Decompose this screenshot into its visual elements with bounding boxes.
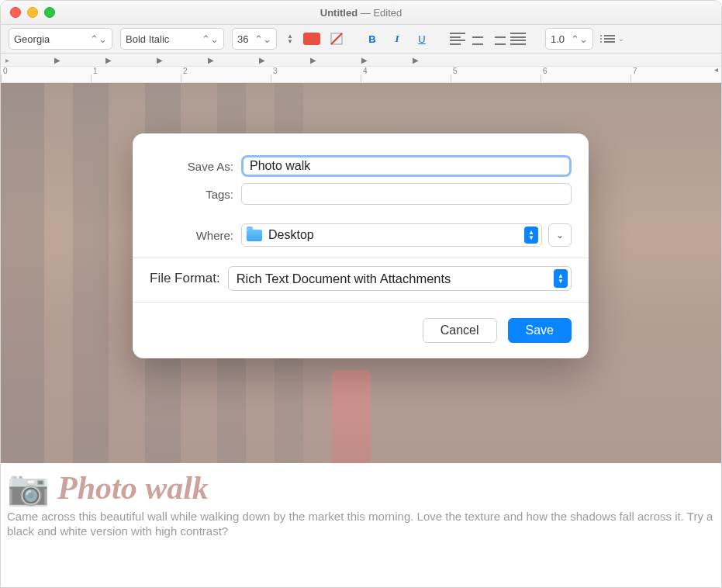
ruler[interactable]: 0 1 2 3 4 5 6 7 ◂ — [1, 67, 721, 83]
cancel-button[interactable]: Cancel — [423, 318, 497, 343]
window-title: Untitled — Edited — [1, 7, 721, 19]
save-button[interactable]: Save — [508, 318, 572, 343]
align-right-icon — [490, 33, 506, 45]
dialog-divider — [133, 258, 589, 258]
tab-stop-marker[interactable]: ▸ — [5, 56, 9, 64]
ruler-tick-label: 5 — [453, 67, 458, 75]
line-spacing-dropdown[interactable]: 1.0 ⌃⌄ — [545, 28, 593, 50]
tab-stop-marker[interactable]: ▶ — [157, 56, 163, 64]
ruler-tick-label: 3 — [273, 67, 278, 75]
tags-row: Tags: — [150, 183, 572, 205]
ruler-tick-label: 1 — [93, 67, 98, 75]
ruler-right-indent-marker[interactable]: ◂ — [714, 65, 718, 74]
tab-stop-marker[interactable]: ▶ — [54, 56, 60, 64]
ruler-tick-label: 2 — [183, 67, 188, 75]
font-family-value: Georgia — [14, 33, 50, 45]
tags-input[interactable] — [241, 183, 572, 205]
format-toolbar: Georgia ⌃⌄ Bold Italic ⌃⌄ 36 ⌃⌄ ▲ ▼ B I … — [1, 25, 721, 54]
chevron-updown-icon: ▲▼ — [524, 227, 538, 244]
save-dialog: Save As: Photo walk Tags: Where: Desktop… — [133, 133, 589, 358]
ruler-tick-label: 4 — [363, 67, 368, 75]
font-size-value: 36 — [237, 33, 248, 45]
dialog-divider — [133, 302, 589, 303]
where-row: Where: Desktop ▲▼ ⌄ — [150, 223, 572, 247]
text-color-swatch[interactable] — [303, 33, 320, 45]
align-left-button[interactable] — [449, 30, 466, 47]
tab-stop-marker[interactable]: ▶ — [208, 56, 214, 64]
where-location-dropdown[interactable]: Desktop ▲▼ — [241, 223, 542, 247]
save-as-value: Photo walk — [250, 159, 310, 173]
chevron-updown-icon: ⌃⌄ — [202, 33, 219, 45]
save-as-row: Save As: Photo walk — [150, 155, 572, 177]
chevron-updown-icon: ⌃⌄ — [254, 33, 271, 45]
ruler-tick-label: 0 — [3, 67, 8, 75]
file-format-dropdown[interactable]: Rich Text Document with Attachments ▲▼ — [228, 266, 572, 291]
list-icon — [604, 33, 615, 44]
bold-button[interactable]: B — [364, 30, 381, 47]
where-label: Where: — [150, 229, 233, 242]
save-as-input[interactable]: Photo walk — [241, 155, 572, 177]
dialog-button-row: Cancel Save — [133, 310, 589, 358]
align-right-button[interactable] — [489, 30, 506, 47]
document-status: Edited — [373, 7, 402, 19]
font-size-dropdown[interactable]: 36 ⌃⌄ — [232, 28, 277, 50]
ruler-tick-label: 6 — [543, 67, 548, 75]
list-style-dropdown[interactable]: ⌄ — [601, 30, 627, 47]
font-style-value: Bold Italic — [126, 33, 169, 45]
font-family-dropdown[interactable]: Georgia ⌃⌄ — [9, 28, 112, 50]
highlight-color-button[interactable] — [328, 30, 345, 47]
chevron-updown-icon: ⌃⌄ — [90, 33, 107, 45]
title-separator: — — [358, 7, 373, 19]
chevron-updown-icon: ⌃⌄ — [571, 33, 588, 45]
tab-stop-marker[interactable]: ▶ — [259, 56, 265, 64]
expand-dialog-button[interactable]: ⌄ — [548, 223, 572, 247]
chevron-down-icon: ▼ — [285, 39, 295, 44]
underline-button[interactable]: U — [413, 30, 430, 47]
textedit-window: Untitled — Edited Georgia ⌃⌄ Bold Italic… — [0, 0, 722, 588]
tags-label: Tags: — [150, 188, 233, 201]
chevron-down-icon: ⌄ — [618, 35, 624, 43]
chevron-updown-icon: ▲▼ — [554, 269, 568, 288]
alignment-group — [449, 30, 527, 47]
align-center-icon — [470, 33, 485, 45]
italic-button[interactable]: I — [389, 30, 406, 47]
document-name: Untitled — [320, 7, 358, 19]
font-style-dropdown[interactable]: Bold Italic ⌃⌄ — [120, 28, 224, 50]
tab-stops-strip[interactable]: ▸ ▶ ▶ ▶ ▶ ▶ ▶ ▶ ▶ — [1, 54, 721, 67]
svg-line-1 — [331, 33, 342, 44]
font-size-stepper[interactable]: ▲ ▼ — [285, 30, 295, 47]
tab-stop-marker[interactable]: ▶ — [105, 56, 112, 64]
no-highlight-icon — [330, 32, 344, 46]
file-format-value: Rich Text Document with Attachments — [237, 272, 451, 286]
tab-stop-marker[interactable]: ▶ — [413, 56, 419, 64]
folder-icon — [247, 230, 262, 241]
where-value: Desktop — [268, 228, 314, 242]
titlebar: Untitled — Edited — [1, 1, 721, 25]
chevron-down-icon: ⌄ — [556, 230, 564, 240]
save-as-label: Save As: — [150, 160, 233, 173]
file-format-row: File Format: Rich Text Document with Att… — [150, 266, 572, 291]
line-spacing-value: 1.0 — [551, 33, 565, 45]
align-justify-button[interactable] — [510, 30, 527, 47]
tab-stop-marker[interactable]: ▶ — [361, 56, 368, 64]
tab-stop-marker[interactable]: ▶ — [310, 56, 316, 64]
ruler-tick-label: 7 — [633, 67, 637, 75]
align-center-button[interactable] — [469, 30, 486, 47]
align-left-icon — [450, 33, 465, 45]
file-format-label: File Format: — [150, 271, 220, 286]
align-justify-icon — [510, 33, 526, 45]
